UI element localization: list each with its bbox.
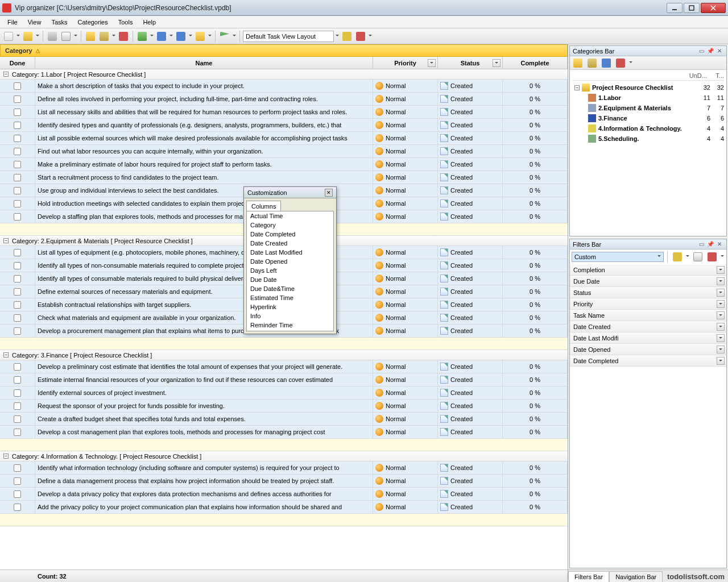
task-row[interactable]: Make a short description of tasks that y… [0,80,568,93]
priority-button[interactable] [155,30,168,43]
layout-save-button[interactable] [341,30,353,43]
popup-titlebar[interactable]: Customization ✕ [244,187,336,198]
cat-edit-button[interactable] [586,57,598,69]
status-cell[interactable]: Created [438,488,503,500]
name-cell[interactable]: Find out what labor resources you can ac… [35,145,373,157]
menu-file[interactable]: File [2,17,23,27]
checkbox[interactable] [14,376,21,384]
task-row[interactable]: Estimate internal financial resources of… [0,373,568,386]
checkbox[interactable] [14,504,21,511]
name-cell[interactable]: Identify desired types and quantity of p… [35,119,373,131]
status-cell[interactable]: Created [438,158,503,171]
filter-field[interactable]: Due Date [570,276,726,287]
layout-more-dropdown[interactable] [368,30,373,43]
priority-cell[interactable]: Normal [373,158,438,171]
task-row[interactable]: Identify desired types and quantity of p… [0,119,568,132]
column-option[interactable]: Date Last Modified [247,248,333,257]
checkbox[interactable] [14,213,21,221]
complete-cell[interactable]: 0 % [503,184,568,197]
open-button[interactable] [22,30,34,43]
status-cell[interactable]: Created [438,119,503,131]
column-option[interactable]: Reminder Time [247,321,333,330]
name-cell[interactable]: Define all roles involved in performing … [35,93,373,105]
checkbox[interactable] [14,301,21,309]
priority-cell[interactable]: Normal [373,488,438,500]
column-option[interactable]: Date Completed [247,230,333,239]
col-status[interactable]: Status [438,57,503,69]
checkbox[interactable] [14,415,21,423]
status-cell[interactable]: Created [438,171,503,184]
filter-field[interactable]: Date Last Modifi [570,332,726,344]
task-row[interactable]: Develop a data privacy policy that explo… [0,488,568,501]
priority-cell[interactable]: Normal [373,210,438,223]
complete-cell[interactable]: 0 % [503,413,568,425]
status-cell[interactable]: Created [438,246,503,259]
checkbox[interactable] [14,135,21,142]
categories-panel-header[interactable]: Categories Bar ▭ 📌 ✕ [570,46,726,56]
close-button[interactable] [701,3,726,13]
column-option[interactable]: Days Left [247,266,333,275]
task-row[interactable]: Develop a cost management plan that expl… [0,426,568,439]
done-cell[interactable] [0,210,35,223]
complete-cell[interactable]: 0 % [503,501,568,513]
status-cell[interactable]: Created [438,386,503,399]
complete-cell[interactable]: 0 % [503,246,568,259]
done-cell[interactable] [0,298,35,311]
complete-cell[interactable]: 0 % [503,488,568,500]
priority-cell[interactable]: Normal [373,197,438,210]
new-button[interactable] [2,30,15,43]
panel-close-icon[interactable]: ✕ [715,47,723,55]
priority-cell[interactable]: Normal [373,475,438,487]
filter-dropdown[interactable] [717,277,725,285]
done-cell[interactable] [0,400,35,412]
checkbox[interactable] [14,187,21,194]
checkbox[interactable] [14,363,21,371]
checkbox[interactable] [14,288,21,296]
panel-restore-icon[interactable]: ▭ [697,240,705,248]
name-cell[interactable]: List all necessary skills and abilities … [35,106,373,118]
priority-cell[interactable]: Normal [373,400,438,412]
status-cell[interactable]: Created [438,298,503,311]
panel-close-icon[interactable]: ✕ [715,240,723,248]
name-cell[interactable]: Develop a preliminary cost estimate that… [35,360,373,373]
col-name[interactable]: Name [35,57,373,69]
delete-button[interactable] [117,30,130,43]
priority-cell[interactable]: Normal [373,272,438,285]
checkbox[interactable] [14,262,21,269]
new-dropdown[interactable] [16,30,20,43]
status-cell[interactable]: Created [438,197,503,210]
tree-item[interactable]: 1.Labor1111 [572,93,724,103]
done-cell[interactable] [0,145,35,157]
checkbox[interactable] [14,95,21,103]
menu-view[interactable]: View [23,17,47,27]
filter-dropdown[interactable] [717,266,725,274]
task-row[interactable]: Find out what labor resources you can ac… [0,145,568,158]
done-cell[interactable] [0,285,35,298]
filter-preset-select[interactable]: Custom [572,252,664,262]
task-row[interactable]: Create a drafted budget sheet that speci… [0,413,568,426]
status-cell[interactable]: Created [438,311,503,324]
category-button[interactable] [194,30,206,43]
menu-categories[interactable]: Categories [73,17,113,27]
filter-field[interactable]: Task Name [570,310,726,321]
status-cell[interactable]: Created [438,360,503,373]
checkbox[interactable] [14,249,21,256]
column-option[interactable]: Time Left [247,330,333,331]
status-cell[interactable]: Created [438,184,503,197]
filter-dropdown[interactable] [717,289,725,297]
complete-cell[interactable]: 0 % [503,132,568,144]
col-done[interactable]: Done [0,57,35,69]
priority-cell[interactable]: Normal [373,325,438,337]
task-row[interactable]: Add the privacy policy to your project c… [0,501,568,514]
priority-cell[interactable]: Normal [373,462,438,474]
done-cell[interactable] [0,80,35,92]
priority-cell[interactable]: Normal [373,119,438,131]
checkbox[interactable] [14,275,21,282]
status-cell[interactable]: Created [438,106,503,118]
complete-cell[interactable]: 0 % [503,259,568,272]
done-cell[interactable] [0,311,35,324]
edit-dropdown[interactable] [111,30,116,43]
task-row[interactable]: Make a preliminary estimate of labor hou… [0,158,568,171]
category-dropdown[interactable] [208,30,212,43]
edit-button[interactable] [98,30,110,43]
